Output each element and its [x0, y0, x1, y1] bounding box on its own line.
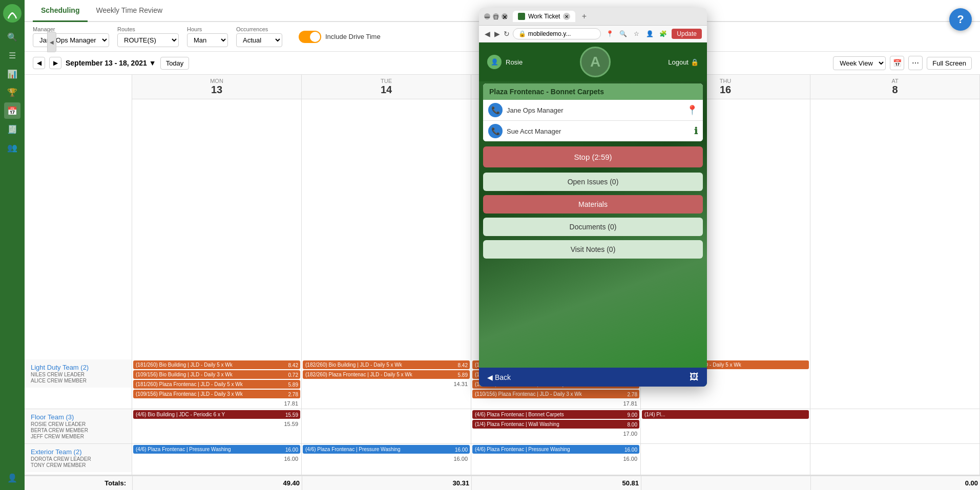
sidebar-item-search[interactable]: 🔍	[4, 29, 20, 45]
mobile-footer: ◀ Back 🖼	[479, 368, 707, 387]
back-nav-button[interactable]: ◀	[484, 28, 491, 39]
location-icon-btn[interactable]: 📍	[604, 28, 615, 39]
hours-select[interactable]: Man	[187, 33, 228, 47]
floor-wed: (4/6) Plaza Frontenac | Bonnet Carpets9.…	[471, 409, 641, 443]
app-logo[interactable]	[3, 4, 22, 23]
light-duty-team-info: Light Duty Team (2) NILES CREW LEADER AL…	[25, 359, 132, 409]
minimize-button[interactable]: ─	[484, 13, 490, 19]
totals-row: Totals: 49.40 30.31 50.81 0.00	[25, 475, 980, 490]
browser-popup: ─ □ ✕ Work Ticket ✕ + ◀ ▶ ↻ 📍 🔍 ☆ 👤 🧩 Up…	[479, 8, 707, 387]
tab-scheduling[interactable]: Scheduling	[33, 0, 88, 22]
tab-close-button[interactable]: ✕	[563, 13, 570, 20]
exterior-team-name[interactable]: Exterior Team (2)	[31, 448, 126, 456]
mobile-app: 👤 Rosie A Logout 🔒 Plaza Frontenac - Bon…	[479, 42, 707, 387]
job-card[interactable]: (4/6) Plaza Frontenac | Pressure Washing…	[133, 445, 300, 454]
toggle-knob	[310, 32, 320, 42]
extension-icon-btn[interactable]: 🧩	[657, 28, 669, 39]
forward-nav-button[interactable]: ▶	[494, 28, 501, 39]
light-duty-tue: (182/260) Bio Building | JLD - Daily 5 x…	[302, 359, 471, 409]
info-icon[interactable]: ℹ	[694, 125, 698, 137]
sidebar-item-calendar[interactable]: 📅	[4, 102, 20, 119]
job-card[interactable]: (4/6) Plaza Frontenac | Bonnet Carpets9.…	[472, 410, 639, 419]
photo-icon[interactable]: 🖼	[690, 372, 699, 382]
job-card[interactable]: (109/156) Plaza Frontenac | JLD - Daily …	[133, 390, 300, 398]
reload-button[interactable]: ↻	[504, 28, 510, 39]
sidebar-item-user[interactable]: 👤	[4, 470, 20, 486]
totals-thu	[641, 476, 810, 490]
maximize-button[interactable]: □	[493, 13, 499, 19]
sidebar-item-trophy[interactable]: 🏆	[4, 84, 20, 100]
date-range[interactable]: September 13 - 18, 2021 ▼	[66, 59, 156, 67]
logout-button[interactable]: Logout 🔒	[668, 58, 699, 66]
job-card[interactable]: (182/260) Bio Building | JLD - Daily 5 x…	[303, 360, 470, 369]
fullscreen-btn[interactable]: Full Screen	[927, 57, 972, 70]
exterior-thu	[641, 444, 810, 475]
drive-time-toggle[interactable]	[299, 31, 321, 43]
sidebar-item-receipt[interactable]: 🧾	[4, 121, 20, 137]
occurrences-select[interactable]: Actual	[236, 33, 282, 47]
job-card[interactable]: (4/6) Bio Building | JDC - Periodic 6 x …	[133, 410, 300, 419]
update-button[interactable]: Update	[672, 29, 702, 39]
address-input[interactable]	[513, 28, 601, 39]
location-icon[interactable]: 📍	[686, 104, 698, 116]
sidebar-item-list[interactable]: ☰	[4, 47, 20, 63]
light-duty-team-name[interactable]: Light Duty Team (2)	[31, 364, 126, 371]
mobile-username: Rosie	[506, 58, 523, 66]
star-icon-btn[interactable]: ☆	[631, 28, 642, 39]
totals-tue: 30.31	[302, 476, 471, 490]
open-issues-button[interactable]: Open Issues (0)	[483, 173, 703, 191]
day-header-at: AT 8	[810, 75, 979, 99]
job-card[interactable]: (181/260) Bio Building | JLD - Daily 5 x…	[133, 360, 300, 369]
mobile-app-header: 👤 Rosie A Logout 🔒	[479, 42, 707, 81]
totals-mon: 49.40	[132, 476, 302, 490]
stop-button[interactable]: Stop (2:59)	[483, 146, 703, 167]
manager-select[interactable]: Jane Ops Manager	[33, 33, 109, 47]
job-card[interactable]: (1/4) Plaza Frontenac | Wall Washing8.00	[472, 420, 639, 429]
more-options-btn[interactable]: ⋯	[908, 56, 923, 70]
search-icon-btn[interactable]: 🔍	[617, 28, 629, 39]
floor-tue	[302, 409, 471, 443]
today-button[interactable]: Today	[160, 57, 190, 70]
job-card[interactable]: (4/6) Plaza Frontenac | Pressure Washing…	[303, 445, 470, 454]
close-button[interactable]: ✕	[502, 13, 508, 19]
day-col-mon: MON 13	[132, 75, 302, 359]
view-select[interactable]: Week View	[833, 56, 886, 70]
job-card[interactable]: (1/4) Pl...	[642, 410, 809, 419]
user-icon: 👤	[487, 55, 502, 69]
profile-icon-btn[interactable]: 👤	[644, 28, 655, 39]
prev-btn[interactable]: ◀	[33, 57, 45, 69]
exterior-team-header: Exterior Team (2) DOROTA CREW LEADER TON…	[25, 444, 132, 472]
sidebar-item-chart[interactable]: 📊	[4, 66, 20, 82]
materials-button[interactable]: Materials	[483, 195, 703, 214]
browser-tab[interactable]: Work Ticket ✕	[513, 11, 575, 22]
collapse-button[interactable]: ◀	[47, 32, 56, 52]
exterior-wed: (4/6) Plaza Frontenac | Pressure Washing…	[471, 444, 641, 475]
visit-notes-button[interactable]: Visit Notes (0)	[483, 240, 703, 259]
hours-label: Hours	[187, 26, 228, 32]
calendar-icon-btn[interactable]: 📅	[890, 56, 904, 70]
new-tab-button[interactable]: +	[578, 11, 590, 22]
job-card[interactable]: (181/260) Plaza Frontenac | JLD - Daily …	[133, 380, 300, 389]
call-icon-sue[interactable]: 📞	[488, 124, 503, 138]
team-spacer-header	[25, 75, 132, 359]
cal-header-right: Week View 📅 ⋯ Full Screen	[833, 56, 972, 70]
floor-team-info: Floor Team (3) ROSIE CREW LEADER BERTA C…	[25, 409, 132, 443]
documents-button[interactable]: Documents (0)	[483, 218, 703, 236]
floor-member-2: BERTA CREW MEMBER	[31, 428, 126, 433]
help-button[interactable]: ?	[949, 8, 972, 31]
floor-member-1: ROSIE CREW LEADER	[31, 421, 126, 427]
back-button[interactable]: ◀ Back	[487, 373, 511, 381]
job-card[interactable]: (4/6) Plaza Frontenac | Pressure Washing…	[472, 445, 639, 454]
sidebar-item-group[interactable]: 👥	[4, 139, 20, 156]
call-icon-jane[interactable]: 📞	[488, 103, 503, 117]
routes-select[interactable]: ROUTE(S)	[117, 33, 179, 47]
job-card[interactable]: (109/156) Bio Building | JLD - Daily 3 x…	[133, 370, 300, 379]
job-card[interactable]: (110/156) Plaza Frontenac | JLD - Daily …	[472, 390, 639, 398]
tab-weekly-time[interactable]: Weekly Time Review	[88, 0, 171, 22]
job-card[interactable]: (182/260) Plaza Frontenac | JLD - Daily …	[303, 370, 470, 379]
next-btn[interactable]: ▶	[49, 57, 61, 69]
browser-addr-icons: 📍 🔍 ☆ 👤 🧩	[604, 28, 669, 39]
totals-wed: 50.81	[471, 476, 641, 490]
day-col-tue: TUE 14	[302, 75, 471, 359]
floor-team-name[interactable]: Floor Team (3)	[31, 413, 126, 421]
